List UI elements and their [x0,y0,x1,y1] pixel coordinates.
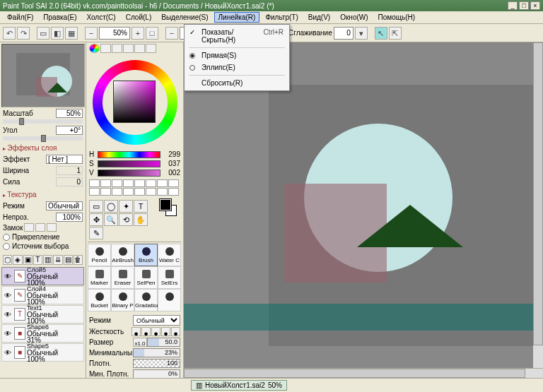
swatch[interactable] [89,188,100,196]
menu-selection[interactable]: Выделение(S) [157,12,212,23]
move-tool[interactable]: ✥ [89,213,103,226]
swatch-icon[interactable] [134,44,145,53]
smoothing-field[interactable]: 0 [334,27,354,40]
edge-shape-5[interactable]: ● [171,327,180,336]
texture-header[interactable]: Текстура [1,189,84,200]
swatch[interactable] [100,179,111,187]
eyedropper-tool[interactable]: ✎ [89,227,103,239]
lock-alpha-button[interactable] [24,223,34,232]
swatch[interactable] [123,179,134,187]
visibility-icon[interactable]: 👁 [3,273,13,280]
clear-button[interactable]: ▤ [64,255,73,265]
hue-slider[interactable] [98,151,160,158]
menu-window[interactable]: Окно(W) [336,12,372,23]
menu-reset[interactable]: Сбросить(R) [186,77,288,89]
scratch-icon[interactable] [146,44,156,53]
redo-button[interactable]: ↷ [17,27,30,40]
edge-shape-1[interactable]: ● [132,327,141,336]
visibility-icon[interactable]: 👁 [3,311,13,319]
delete-layer-button[interactable]: 🗑 [74,255,83,265]
menu-canvas[interactable]: Холст(C) [82,12,119,23]
brush-bucket[interactable]: Bucket [88,289,111,311]
lasso-tool[interactable]: ◯ [104,200,118,213]
edge-shape-4[interactable]: ● [161,327,170,336]
color-wheel-icon[interactable] [89,44,100,53]
zoom-fit-button[interactable]: □ [146,27,158,40]
gray-icon[interactable] [123,44,134,53]
visibility-icon[interactable]: 👁 [3,292,13,299]
minsize-slider[interactable]: 23% [133,348,180,357]
scrollbar-horizontal[interactable] [184,368,543,378]
merge-button[interactable]: ⇊ [53,255,62,265]
swatch[interactable] [112,179,122,187]
close-button[interactable]: × [530,1,540,10]
navigator[interactable] [1,44,85,107]
deselect-button[interactable]: ▭ [37,27,49,40]
brush-selers[interactable]: SelErs [158,266,181,289]
maximize-button[interactable]: □ [519,1,529,10]
visibility-icon[interactable]: 👁 [3,330,13,338]
invert-sel-button[interactable]: ◧ [51,27,64,40]
zoom-out-button[interactable]: − [85,27,98,40]
swatch[interactable] [146,188,156,196]
brush-gradation[interactable]: Gradation [134,289,158,311]
swatch[interactable] [157,179,168,187]
swatch[interactable] [100,188,111,196]
menu-filter[interactable]: Фильтр(T) [261,12,302,23]
rotate-tool[interactable]: ⟲ [119,213,133,226]
lock-pixel-button[interactable] [35,223,45,232]
tool-misc-b[interactable]: ⇱ [389,27,402,40]
scale-slider[interactable] [3,119,83,124]
brush-binaryp[interactable]: Binary P [111,289,134,311]
wand-tool[interactable]: ✦ [119,200,133,213]
rotate-ccw-button[interactable]: − [165,27,178,40]
minimize-button[interactable]: _ [508,1,518,10]
new-folder-button[interactable]: ▣ [23,255,33,265]
source-radio[interactable] [3,243,10,250]
zoom-tool[interactable]: 🔍 [104,213,118,226]
layer-item[interactable]: 👁 ✎ Слой5Обычный100% [1,267,84,285]
zoom-field[interactable]: 50% [99,27,130,40]
hand-tool[interactable]: ✋ [134,213,148,226]
sat-slider[interactable] [98,160,160,167]
menu-help[interactable]: Помощь(H) [374,12,420,23]
viewport[interactable] [184,42,543,368]
swatch[interactable] [112,188,122,196]
angle-value[interactable]: +0° [56,126,83,135]
swatch[interactable] [157,188,168,196]
layer-item[interactable]: 👁 ✎ Слой4Обычный100% [1,286,84,304]
menu-show-hide[interactable]: ✓ Показать/Скрыть(H) Ctrl+R [186,26,288,46]
swatch[interactable] [123,188,134,196]
mindensity-slider[interactable]: 0% [133,369,180,378]
swatch[interactable] [134,179,145,187]
tool-misc-a[interactable]: ↖ [375,27,387,40]
rgb-slider-icon[interactable] [100,44,111,53]
effect-select[interactable]: [ Нет ] [46,155,83,164]
undo-button[interactable]: ↶ [3,27,16,40]
val-slider[interactable] [98,170,160,177]
lock-move-button[interactable] [47,223,57,232]
new-layer-button[interactable]: ▢ [3,255,12,265]
angle-slider[interactable] [3,136,83,141]
visibility-icon[interactable]: 👁 [3,349,13,357]
layer-item[interactable]: 👁 ■ Shape5Обычный100% [1,343,84,362]
size-slider[interactable]: 50.0 [147,338,180,347]
text-tool[interactable]: T [134,200,148,213]
layer-item[interactable]: 👁 T Text1Обычный100% [1,305,84,323]
swatch[interactable] [89,179,100,187]
clipping-radio[interactable] [3,234,10,241]
brush-pencil[interactable]: Pencil [88,244,111,266]
size-mult-button[interactable]: x1.0 [133,338,147,347]
brush-selpen[interactable]: SelPen [134,266,158,289]
new-text-button[interactable]: T [33,255,42,265]
color-wheel[interactable] [89,57,181,148]
density-slider[interactable]: 100 [133,359,180,368]
blend-mode-select[interactable]: Обычный [46,201,83,210]
menu-file[interactable]: Файл(F) [3,12,37,23]
edge-shape-2[interactable]: ● [141,327,151,336]
edge-shape-3[interactable]: ● [151,327,160,336]
menu-ruler[interactable]: Линейка(R) [214,12,260,23]
menu-view[interactable]: Вид(V) [304,12,334,23]
menu-ellipse[interactable]: Эллипс(E) [186,61,288,73]
layer-item[interactable]: 👁 ■ Shape6Обычный31% [1,324,84,343]
